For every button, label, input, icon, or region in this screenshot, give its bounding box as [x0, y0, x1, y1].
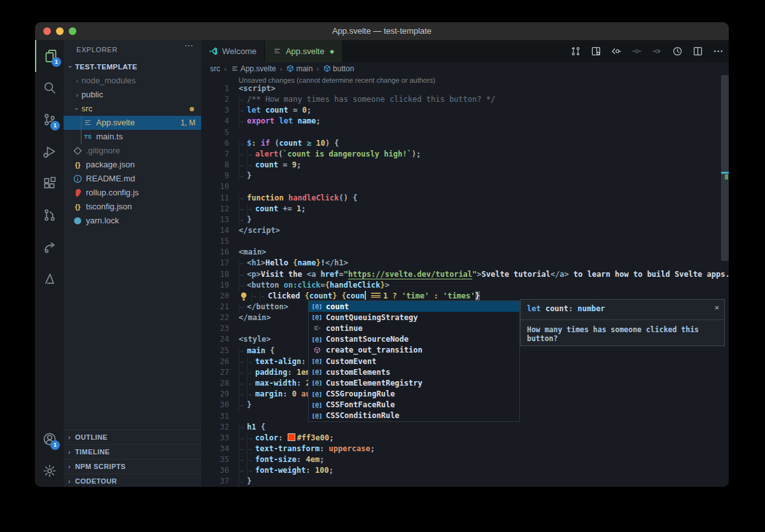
- open-changes-icon[interactable]: [570, 46, 581, 57]
- code-editor[interactable]: Unsaved changes (cannot determine recent…: [201, 75, 729, 487]
- activity-bar-item-extensions-icon[interactable]: [35, 167, 64, 199]
- suggest-item-continue[interactable]: continue: [309, 323, 519, 333]
- code-line-4[interactable]: 4→export let name;: [201, 116, 720, 127]
- vertical-scrollbar[interactable]: [721, 75, 729, 261]
- code-line-9[interactable]: 9→}: [201, 171, 720, 181]
- sidebar-section-npm-scripts[interactable]: ›NPM SCRIPTS: [64, 459, 201, 473]
- more-actions-icon[interactable]: [713, 46, 724, 57]
- file-tree-item-yarn.lock[interactable]: yarn.lock: [64, 214, 201, 228]
- activity-bar-item-pull-requests-icon[interactable]: [35, 199, 64, 231]
- modified-dot: [190, 107, 194, 111]
- file-tree-item-public[interactable]: ›public: [64, 88, 201, 102]
- code-line-15[interactable]: 15: [201, 236, 720, 247]
- open-preview-icon[interactable]: [591, 46, 601, 57]
- code-line-35[interactable]: 35→→font-size: 4em;: [201, 454, 720, 465]
- code-line-17[interactable]: 17→<h1>Hello {name}!</h1>: [201, 258, 720, 269]
- window-title: App.svelte — test-template: [35, 26, 729, 36]
- code-line-11[interactable]: 11→function handleClick() {: [201, 193, 720, 204]
- sidebar-section-codetour[interactable]: ›CODETOUR: [64, 473, 201, 487]
- previous-change-icon[interactable]: [611, 46, 622, 57]
- more-actions-icon[interactable]: ⋯: [185, 40, 193, 50]
- title-bar[interactable]: App.svelte — test-template: [35, 22, 729, 41]
- breadcrumb[interactable]: src›App.svelte›main›button: [201, 62, 729, 75]
- file-tree-item-node_modules[interactable]: ›node_modules: [64, 74, 201, 88]
- activity-bar-item-accounts-icon[interactable]: 1: [35, 423, 64, 455]
- file-tree-item-main.ts[interactable]: TSmain.ts: [64, 130, 201, 144]
- symbol-keyword-icon: [312, 324, 322, 332]
- breadcrumb-item-button[interactable]: button: [323, 64, 354, 73]
- split-editor-icon[interactable]: [692, 46, 703, 57]
- badge: 1: [50, 121, 60, 130]
- file-tree-item-rollup.config.js[interactable]: rollup.config.js: [64, 186, 201, 200]
- color-swatch: [288, 433, 295, 441]
- line-number: 8: [201, 160, 229, 171]
- suggest-item-CSSGroupingRule[interactable]: [@]CSSGroupingRule: [309, 389, 519, 400]
- line-number: 15: [201, 236, 229, 247]
- activity-bar-item-settings-gear-icon[interactable]: [35, 455, 64, 487]
- code-line-12[interactable]: 12→→count += 1;: [201, 204, 720, 214]
- suggest-item-CountQueuingStrategy[interactable]: [@]CountQueuingStrategy: [309, 312, 519, 323]
- editor-group: WelcomeApp.svelte● src›App.svelte›main›b…: [201, 40, 729, 487]
- code-line-33[interactable]: 33→→color: #ff3e00;: [201, 433, 720, 444]
- breadcrumb-item-main[interactable]: main: [286, 64, 312, 73]
- line-number: 12: [201, 204, 229, 214]
- code-line-36[interactable]: 36→→font-weight: 100;: [201, 465, 720, 476]
- code-line-34[interactable]: 34→→text-transform: uppercase;: [201, 444, 720, 454]
- vscode-window: App.svelte — test-template 11 1 EXPLORER…: [35, 22, 729, 487]
- close-icon[interactable]: ✕: [715, 303, 719, 312]
- suggest-item-count[interactable]: [@]count: [309, 301, 519, 312]
- activity-bar-item-search-icon[interactable]: [35, 72, 64, 104]
- activity-bar-item-run-debug-icon[interactable]: [35, 136, 64, 167]
- line-number: 6: [201, 138, 229, 149]
- file-tree-item-README.md[interactable]: README.md: [64, 172, 201, 186]
- code-line-6[interactable]: 6→$: if (count ≥ 10) {: [201, 138, 720, 149]
- file-tree-item-App.svelte[interactable]: App.svelte1, M: [64, 116, 201, 130]
- code-line-1[interactable]: 1<script>: [201, 83, 720, 94]
- code-line-19[interactable]: 19→<button on:click={handleClick}>: [201, 280, 720, 291]
- dirty-indicator[interactable]: ●: [330, 46, 335, 56]
- suggest-item-CustomEvent[interactable]: [@]CustomEvent: [309, 356, 519, 367]
- file-history-icon[interactable]: [672, 46, 683, 57]
- symbol-variable-icon: [@]: [312, 314, 322, 321]
- file-tree-item-tsconfig.json[interactable]: {}tsconfig.json: [64, 200, 201, 214]
- suggest-item-CSSFontFaceRule[interactable]: [@]CSSFontFaceRule: [309, 400, 519, 410]
- suggest-item-ConstantSourceNode[interactable]: [@]ConstantSourceNode: [309, 334, 519, 345]
- code-line-14[interactable]: 14</script>: [201, 225, 720, 236]
- code-line-2[interactable]: 2→/** How many times has someone clicked…: [201, 94, 720, 105]
- sidebar-section-outline[interactable]: ›OUTLINE: [64, 430, 201, 444]
- tab-welcome[interactable]: Welcome: [201, 40, 265, 62]
- tree-root[interactable]: ›TEST-TEMPLATE: [64, 60, 201, 74]
- suggest-item-CSSConditionRule[interactable]: [@]CSSConditionRule: [309, 410, 519, 421]
- sidebar-section-timeline[interactable]: ›TIMELINE: [64, 444, 201, 459]
- suggest-item-create_out_transition[interactable]: create_out_transition: [309, 345, 519, 356]
- file-tree-item-src[interactable]: ›src: [64, 102, 201, 116]
- code-line-37[interactable]: 37→}: [201, 476, 720, 487]
- line-number: 23: [201, 323, 229, 334]
- code-line-7[interactable]: 7→→alert(`count is dangerously high!`);: [201, 149, 720, 160]
- symbol-doc: How many times has someone clicked this …: [527, 325, 724, 343]
- breadcrumb-item-app-svelte[interactable]: App.svelte: [230, 64, 276, 73]
- activity-bar-item-azure-icon[interactable]: [35, 263, 64, 295]
- suggest-item-customElements[interactable]: [@]customElements: [309, 367, 519, 377]
- svelte-file-icon: [272, 46, 282, 56]
- activity-bar-item-source-control-icon[interactable]: 1: [35, 104, 64, 136]
- code-line-16[interactable]: 16<main>: [201, 247, 720, 258]
- code-line-18[interactable]: 18→<p>Visit the <a href="https://svelte.…: [201, 269, 720, 280]
- tab-app-svelte[interactable]: App.svelte●: [265, 40, 343, 63]
- code-line-13[interactable]: 13→}: [201, 214, 720, 225]
- code-line-32[interactable]: 32→h1 {: [201, 422, 720, 433]
- git-status-badge: 1, M: [181, 116, 195, 130]
- file-tree-item-package.json[interactable]: {}package.json: [64, 158, 201, 172]
- line-number: 25: [201, 346, 229, 356]
- code-line-10[interactable]: 10: [201, 181, 720, 192]
- breadcrumb-item-src[interactable]: src: [210, 64, 220, 73]
- activity-bar-item-explorer-icon[interactable]: 1: [35, 40, 65, 72]
- symbol-signature: let count: number: [527, 304, 605, 313]
- activity-bar-item-live-share-icon[interactable]: [35, 231, 64, 263]
- suggest-item-CustomElementRegistry[interactable]: [@]CustomElementRegistry: [309, 377, 519, 388]
- file-tree-item-.gitignore[interactable]: .gitignore: [64, 144, 201, 158]
- code-line-3[interactable]: 3→let count = 0;: [201, 105, 720, 116]
- lightbulb-icon[interactable]: [239, 291, 249, 302]
- code-line-5[interactable]: 5: [201, 127, 720, 138]
- code-line-8[interactable]: 8→→count = 9;: [201, 160, 720, 171]
